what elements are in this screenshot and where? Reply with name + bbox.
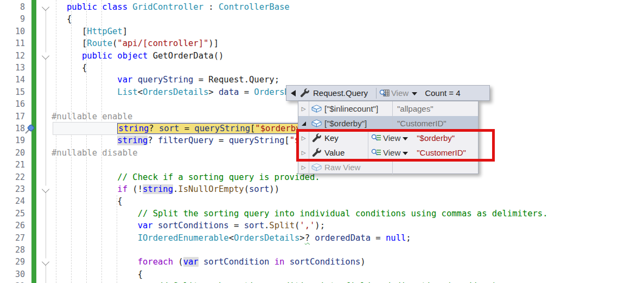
line-number: 30	[0, 268, 25, 281]
datatip-row-inlinecount[interactable]: ▷["$inlinecount"]"allpages"	[298, 101, 478, 116]
code-token: [	[52, 27, 87, 36]
code-token: OrdersDetails	[143, 87, 208, 97]
code-token: .	[173, 184, 178, 194]
code-token: = Request.Query;	[193, 75, 279, 85]
view-button-label[interactable]: View	[391, 88, 409, 98]
collapse-chevron-icon[interactable]	[42, 3, 49, 11]
code-line-31: // Split each sorting condition into fie…	[52, 280, 497, 283]
row-value: "CustomerID"	[393, 119, 447, 128]
row-name: ["$orderby"]	[324, 119, 367, 128]
code-token: // Split the sorting query into individu…	[138, 209, 548, 218]
code-token	[52, 184, 117, 194]
code-line-26: var sortConditions = sort.Split(',');	[52, 220, 325, 232]
code-line-10: [HttpGet]	[52, 25, 127, 38]
code-token: ?	[305, 233, 310, 243]
code-token: (	[173, 257, 183, 267]
code-token	[52, 221, 138, 230]
code-token: public	[67, 2, 97, 12]
line-number: 25	[0, 208, 25, 220]
expand-arrow-icon[interactable]: ▷	[298, 101, 309, 116]
collapse-chevron-icon[interactable]	[42, 52, 49, 60]
code-token: null	[386, 233, 406, 243]
line-number: 12	[0, 50, 25, 62]
results-view-icon	[379, 89, 390, 98]
code-token: HttpGet	[87, 27, 122, 36]
code-token: ','	[299, 221, 315, 230]
code-token	[52, 257, 138, 267]
code-token: (	[295, 221, 299, 230]
code-token: #nullable disable	[52, 148, 138, 158]
code-token	[269, 257, 274, 267]
code-token: in	[275, 257, 285, 267]
code-line-12: public object GetOrderData()	[52, 50, 224, 62]
code-line-25: // Split the sorting query into individu…	[52, 208, 548, 220]
code-token: {	[52, 63, 87, 73]
code-token: (	[244, 184, 249, 194]
code-token: Route	[87, 38, 112, 48]
code-token: );	[315, 221, 325, 230]
line-number: 9	[0, 13, 25, 25]
line-number: 23	[0, 183, 25, 196]
code-token: object	[117, 51, 148, 61]
code-token: >	[299, 233, 304, 243]
code-token: var	[183, 257, 199, 267]
pushpin-icon[interactable]	[24, 123, 35, 137]
code-token: var	[138, 221, 153, 230]
line-number: 27	[0, 232, 25, 245]
code-token: ))	[269, 184, 279, 194]
code-token: =	[179, 124, 194, 133]
line-number: 31	[0, 280, 25, 283]
code-token: )	[360, 257, 365, 267]
code-token: =	[214, 136, 229, 145]
cube-icon	[309, 105, 323, 113]
divider	[376, 88, 377, 99]
code-token: =	[239, 87, 254, 97]
code-editor: 8910111213141516171819202122232425262728…	[0, 0, 644, 283]
code-token: :	[203, 2, 219, 12]
line-number: 26	[0, 220, 25, 232]
line-number: 10	[0, 25, 25, 38]
code-token	[52, 87, 117, 97]
code-token: >	[208, 87, 219, 97]
code-token: sortConditions	[158, 221, 229, 230]
code-token: sortCondition	[203, 257, 269, 267]
collapse-chevron-icon[interactable]	[42, 185, 49, 193]
code-token: (	[112, 38, 117, 48]
code-token: (!	[127, 184, 143, 194]
code-token: public	[82, 51, 112, 61]
code-token: {	[52, 196, 123, 206]
code-token	[52, 233, 138, 243]
line-number: 13	[0, 62, 25, 74]
line-number: 20	[0, 147, 25, 159]
code-line-20: #nullable disable	[52, 147, 138, 159]
collapse-chevron-icon[interactable]	[42, 258, 49, 266]
code-token	[52, 136, 117, 145]
datatip-row-rawview[interactable]: ▷Raw View	[298, 160, 478, 175]
outline-connector	[46, 8, 46, 283]
code-token: class	[102, 2, 127, 12]
collapse-arrow-icon[interactable]	[298, 116, 309, 131]
code-token: GetOrderData()	[148, 51, 224, 61]
cube-icon	[309, 119, 323, 127]
line-number: 19	[0, 134, 25, 147]
code-token: // Check if a sorting query is provided.	[117, 172, 320, 182]
line-number: 22	[0, 171, 25, 184]
datatip-header[interactable]: Request.Query View Count = 4	[286, 85, 490, 101]
wrench-icon	[300, 88, 309, 98]
code-token	[52, 75, 117, 85]
line-number: 21	[0, 159, 25, 171]
code-token: sort	[249, 184, 269, 194]
expand-arrow-icon[interactable]: ▷	[298, 160, 309, 175]
code-token: queryString	[229, 136, 285, 145]
code-line-9: {	[52, 13, 72, 25]
code-line-14: var queryString = Request.Query;	[52, 74, 279, 86]
code-line-30: {	[52, 268, 143, 281]
datatip-row-orderby[interactable]: ["$orderby"]"CustomerID"	[298, 116, 478, 131]
code-token: [	[284, 136, 289, 145]
chevron-down-icon[interactable]	[412, 92, 417, 95]
current-statement-highlight: string? sort = queryString["$orderby"];	[117, 123, 317, 134]
code-token: ?	[149, 124, 159, 133]
datatip-collapse-icon[interactable]	[291, 90, 296, 97]
line-number: 17	[0, 111, 25, 123]
line-number: 15	[0, 86, 25, 99]
